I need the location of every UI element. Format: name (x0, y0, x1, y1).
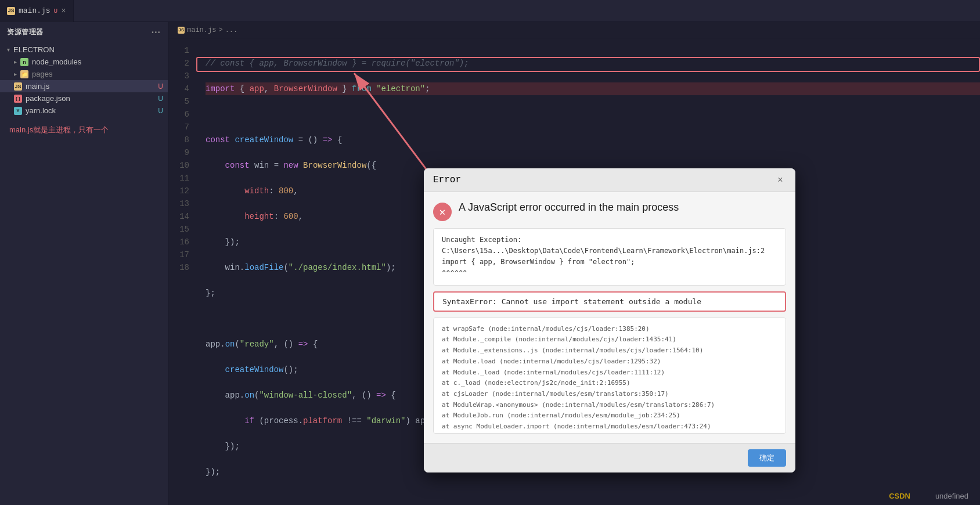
error-dialog-title: Error (433, 175, 461, 185)
breadcrumb-bar: JS main.js > ... (168, 22, 980, 38)
tab-js-icon: JS (7, 7, 15, 15)
breadcrumb-js-icon: JS (178, 27, 185, 34)
sidebar-item-label: package.json (26, 94, 70, 103)
stack-line-9: at ModuleJob.run (node:internal/modules/… (442, 410, 777, 421)
stack-line-10: at async ModuleLoader.import (node:inter… (442, 421, 777, 432)
line-numbers: 1234 5678 9101112 13141516 1718 (168, 38, 196, 505)
tab-close-button[interactable]: × (61, 6, 66, 16)
sidebar-annotation: main.js就是主进程，只有一个 (0, 118, 168, 142)
stack-line-8: at ModuleWrap.<anonymous> (node:internal… (442, 400, 777, 411)
sidebar-item-yarn-lock[interactable]: Y yarn.lock U (0, 104, 168, 117)
error-dialog-body: ✕ A JavaScript error occurred in the mai… (424, 192, 795, 443)
csdn-watermark: CSDN (889, 492, 910, 500)
package-json-icon: { } (14, 95, 22, 103)
main-js-file-icon: JS (14, 82, 22, 91)
sidebar-title: 资源管理器 (7, 27, 44, 37)
error-circle-icon: ✕ (433, 203, 452, 221)
stack-line-4: at Module.load (node:internal/modules/cj… (442, 356, 777, 367)
sidebar-item-main-js[interactable]: JS main.js U (0, 80, 168, 92)
stack-line-7: at cjsLoader (node:internal/modules/esm/… (442, 389, 777, 400)
yarn-lock-icon: Y (14, 107, 22, 115)
yarn-lock-badge: U (158, 107, 163, 115)
main-js-badge: U (158, 82, 163, 91)
stack-line-2: at Module._compile (node:internal/module… (442, 334, 777, 345)
uncaught-label: Uncaught Exception: (442, 235, 777, 246)
tab-bar: JS main.js U × (0, 0, 980, 22)
file-path: C:\Users\15a...\Desktop\Data\Code\Fronte… (442, 246, 777, 257)
breadcrumb-filename: main.js (187, 26, 216, 34)
chevron-down-icon: ▾ (7, 46, 10, 53)
tab-label: main.js (19, 6, 51, 15)
pages-folder-icon: 📁 (20, 70, 28, 78)
sidebar-item-node-modules[interactable]: ▸ n node_modules (0, 56, 168, 68)
package-json-badge: U (158, 95, 163, 103)
sidebar-item-pages[interactable]: ▸ 📁 pages (0, 68, 168, 80)
sidebar-item-electron[interactable]: ▾ ELECTRON (0, 44, 168, 56)
sidebar-item-label: main.js (26, 82, 49, 91)
node-modules-icon: n (20, 58, 28, 66)
error-dialog: Error × ✕ A JavaScript error occurred in… (424, 168, 795, 472)
stack-line-1: at wrapSafe (node:internal/modules/cjs/l… (442, 324, 777, 335)
tab-main-js[interactable]: JS main.js U × (0, 0, 74, 22)
error-dialog-footer: 确定 (424, 443, 795, 472)
error-close-button[interactable]: × (774, 174, 786, 186)
stack-line-5: at Module._load (node:internal/modules/c… (442, 367, 777, 378)
error-detail-box: Uncaught Exception: C:\Users\15a...\Desk… (433, 228, 786, 286)
sidebar-item-label: node_modules (32, 57, 81, 66)
sidebar-item-label: pages (32, 70, 52, 78)
error-dialog-titlebar: Error × (424, 168, 795, 192)
undefined-watermark: undefined (935, 492, 968, 500)
breadcrumb-dots: ... (225, 26, 238, 34)
sidebar-item-package-json[interactable]: { } package.json U (0, 92, 168, 104)
carets: ^^^^^^ (442, 268, 777, 279)
sidebar-title-bar: 资源管理器 ⋯ (0, 22, 168, 42)
stack-line-6: at c._load (node:electron/js2c/node_init… (442, 378, 777, 389)
sidebar-electron-label: ELECTRON (13, 45, 55, 54)
stack-line-3: at Module._extensions..js (node:internal… (442, 345, 777, 356)
confirm-button[interactable]: 确定 (748, 449, 786, 467)
tab-modified-badge: U (54, 8, 58, 15)
chevron-right-icon: ▸ (14, 59, 17, 65)
import-line: import { app, BrowserWindow } from "elec… (442, 257, 777, 268)
sidebar-section: ▾ ELECTRON ▸ n node_modules ▸ 📁 pages (0, 42, 168, 118)
error-main-title: A JavaScript error occurred in the main … (459, 201, 679, 214)
sidebar-item-label: yarn.lock (26, 106, 56, 115)
sidebar-more-button[interactable]: ⋯ (151, 27, 161, 38)
error-header-row: ✕ A JavaScript error occurred in the mai… (433, 201, 786, 221)
sidebar: 资源管理器 ⋯ ▾ ELECTRON ▸ n node_modules ▸ (0, 22, 168, 505)
error-stack-trace: at wrapSafe (node:internal/modules/cjs/l… (433, 318, 786, 434)
breadcrumb-separator: > (218, 26, 222, 34)
error-syntax-box: SyntaxError: Cannot use import statement… (433, 291, 786, 312)
chevron-right-icon: ▸ (14, 71, 17, 77)
